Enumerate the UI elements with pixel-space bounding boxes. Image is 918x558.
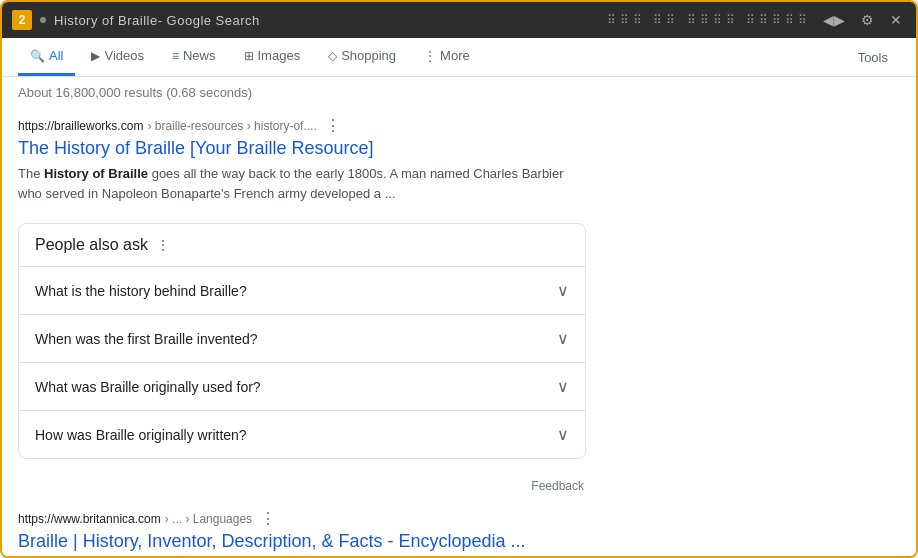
titlebar-dot [40,17,46,23]
settings-button[interactable]: ⚙ [857,10,878,30]
page-title: History of Braille- Google Search [54,13,599,28]
paa-title: People also ask [35,236,148,254]
more-icon: ⋮ [424,49,436,63]
tab-videos-label: Videos [104,48,144,63]
all-icon: 🔍 [30,49,45,63]
app-icon: 2 [12,10,32,30]
results-count: About 16,800,000 results (0.68 seconds) [18,85,586,100]
results-area: About 16,800,000 results (0.68 seconds) … [2,77,602,556]
paa-item-4[interactable]: How was Braille originally written? ∨ [19,411,585,458]
feedback-row: Feedback [18,479,586,493]
tab-news[interactable]: ≡ News [160,38,228,76]
feedback-label[interactable]: Feedback [531,479,584,493]
tab-shopping-label: Shopping [341,48,396,63]
result-breadcrumb: › braille-resources › history-of.... [147,119,316,133]
news-icon: ≡ [172,49,179,63]
paa-chevron-1: ∨ [557,281,569,300]
close-button[interactable]: ✕ [886,10,906,30]
tab-images-label: Images [258,48,301,63]
paa-question-2: When was the first Braille invented? [35,331,258,347]
tab-all[interactable]: 🔍 All [18,38,75,76]
paa-chevron-2: ∨ [557,329,569,348]
window-controls: ◀▶ ⚙ ✕ [819,10,906,30]
result-snippet: The History of Braille goes all the way … [18,164,586,203]
nav-arrows-button[interactable]: ◀▶ [819,10,849,30]
paa-question-4: How was Braille originally written? [35,427,247,443]
result-url-row: https://brailleworks.com › braille-resou… [18,116,586,135]
paa-more-icon[interactable]: ⋮ [156,237,170,253]
people-also-ask-section: People also ask ⋮ What is the history be… [18,223,586,459]
titlebar: 2 History of Braille- Google Search ⠿⠿⠿ … [2,2,916,38]
browser-content: 🔍 All ▶ Videos ≡ News ⊞ Images ◇ Shoppin… [2,38,916,556]
tab-news-label: News [183,48,216,63]
paa-item-3[interactable]: What was Braille originally used for? ∨ [19,363,585,411]
paa-item-1[interactable]: What is the history behind Braille? ∨ [19,267,585,315]
search-nav: 🔍 All ▶ Videos ≡ News ⊞ Images ◇ Shoppin… [2,38,916,77]
search-result-2: https://www.britannica.com › ... › Langu… [18,509,586,556]
paa-chevron-4: ∨ [557,425,569,444]
tab-shopping[interactable]: ◇ Shopping [316,38,408,76]
result-title: The History of Braille [Your Braille Res… [18,137,586,160]
search-result: https://brailleworks.com › braille-resou… [18,116,586,203]
shopping-icon: ◇ [328,49,337,63]
result-title-link-2[interactable]: Braille | History, Inventor, Description… [18,531,526,551]
result-title-link[interactable]: The History of Braille [Your Braille Res… [18,138,373,158]
app-icon-label: 2 [19,13,26,27]
paa-chevron-3: ∨ [557,377,569,396]
result-url-2: https://www.britannica.com [18,512,161,526]
paa-header: People also ask ⋮ [19,224,585,267]
paa-item-2[interactable]: When was the first Braille invented? ∨ [19,315,585,363]
result-menu-icon[interactable]: ⋮ [325,116,341,135]
result-url-row-2: https://www.britannica.com › ... › Langu… [18,509,586,528]
paa-question-3: What was Braille originally used for? [35,379,261,395]
tab-videos[interactable]: ▶ Videos [79,38,156,76]
tab-more[interactable]: ⋮ More [412,38,482,76]
tab-all-label: All [49,48,63,63]
result-url: https://brailleworks.com [18,119,143,133]
tools-button[interactable]: Tools [846,40,900,75]
paa-question-1: What is the history behind Braille? [35,283,247,299]
images-icon: ⊞ [244,49,254,63]
result-breadcrumb-2: › ... › Languages [165,512,252,526]
result-menu-icon-2[interactable]: ⋮ [260,509,276,528]
braille-dots-display: ⠿⠿⠿ ⠿⠿ ⠿⠿⠿⠿ ⠿⠿⠿⠿⠿ [607,13,811,27]
videos-icon: ▶ [91,49,100,63]
result-title-2: Braille | History, Inventor, Description… [18,530,586,553]
tab-more-label: More [440,48,470,63]
tab-images[interactable]: ⊞ Images [232,38,313,76]
